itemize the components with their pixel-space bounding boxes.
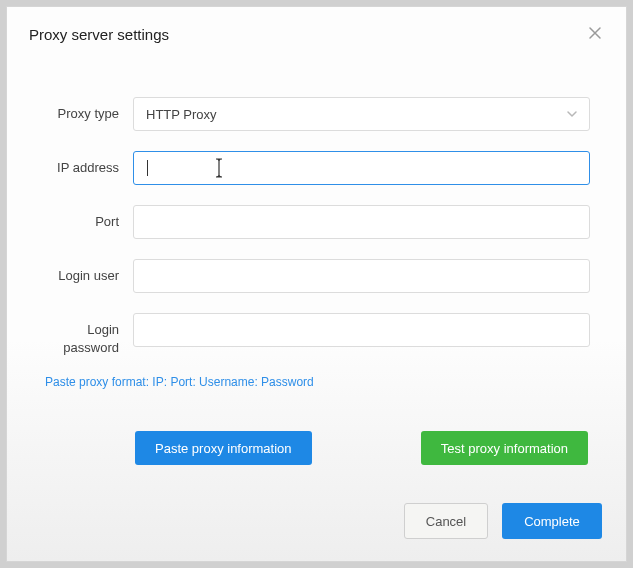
titlebar: Proxy server settings — [7, 7, 626, 57]
close-button[interactable] — [584, 21, 606, 47]
login-user-label: Login user — [43, 267, 133, 285]
paste-proxy-button[interactable]: Paste proxy information — [135, 431, 312, 465]
dialog-title: Proxy server settings — [29, 26, 169, 43]
row-ip-address: IP address — [43, 151, 590, 185]
row-proxy-type: Proxy type HTTP Proxy — [43, 97, 590, 131]
proxy-settings-dialog: Proxy server settings Proxy type HTTP Pr… — [6, 6, 627, 562]
port-label: Port — [43, 213, 133, 231]
login-password-input[interactable] — [133, 313, 590, 347]
login-password-label: Login password — [43, 313, 133, 357]
port-input[interactable] — [133, 205, 590, 239]
row-login-password: Login password — [43, 313, 590, 357]
row-login-user: Login user — [43, 259, 590, 293]
close-icon — [588, 24, 602, 44]
row-port: Port — [43, 205, 590, 239]
proxy-type-select[interactable]: HTTP Proxy — [133, 97, 590, 131]
form-area: Proxy type HTTP Proxy IP address — [7, 57, 626, 503]
proxy-type-label: Proxy type — [43, 105, 133, 123]
paste-format-hint: Paste proxy format: IP: Port: Username: … — [45, 375, 590, 389]
login-user-input[interactable] — [133, 259, 590, 293]
ip-address-input[interactable] — [133, 151, 590, 185]
complete-button[interactable]: Complete — [502, 503, 602, 539]
test-proxy-button[interactable]: Test proxy information — [421, 431, 588, 465]
action-row: Paste proxy information Test proxy infor… — [43, 389, 590, 465]
footer: Cancel Complete — [7, 503, 626, 561]
proxy-type-selected: HTTP Proxy — [133, 97, 590, 131]
cancel-button[interactable]: Cancel — [404, 503, 488, 539]
ip-address-label: IP address — [43, 159, 133, 177]
text-caret — [147, 160, 148, 176]
